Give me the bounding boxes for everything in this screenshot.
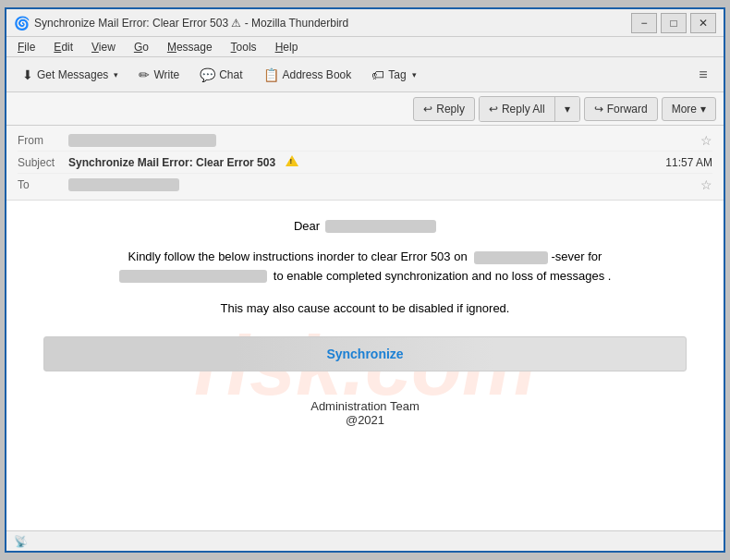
main-toolbar: ⬇ Get Messages ▾ ✏ Write 💬 Chat 📋 Addres… bbox=[6, 57, 724, 92]
menu-tools[interactable]: Tools bbox=[227, 39, 261, 55]
subject-text: Synchronize Mail Error: Clear Error 503 bbox=[68, 156, 275, 169]
synchronize-button[interactable]: Synchronize bbox=[43, 336, 687, 371]
to-star-icon[interactable]: ☆ bbox=[700, 177, 712, 192]
server-blurred bbox=[474, 251, 548, 264]
more-arrow: ▾ bbox=[700, 103, 706, 116]
main-window: 🌀 Synchronize Mail Error: Clear Error 50… bbox=[5, 7, 725, 553]
app-icon: 🌀 bbox=[14, 16, 29, 30]
email-signature: Administration Team @2021 bbox=[43, 399, 687, 427]
signature-line1: Administration Team bbox=[43, 399, 687, 413]
email-body: risk.com Dear Kindly follow the below in… bbox=[6, 201, 724, 530]
hamburger-button[interactable]: ≡ bbox=[690, 62, 716, 88]
body-line3: This may also cause account to be disabl… bbox=[221, 301, 510, 315]
tag-button[interactable]: 🏷 Tag ▾ bbox=[363, 62, 424, 88]
reply-icon: ↩ bbox=[423, 103, 432, 116]
email-header: From ☆ Subject Synchronize Mail Error: C… bbox=[6, 126, 724, 201]
menu-help[interactable]: Help bbox=[272, 39, 302, 55]
write-label: Write bbox=[153, 68, 179, 81]
reply-all-icon: ↩ bbox=[489, 103, 498, 116]
get-messages-arrow: ▾ bbox=[114, 70, 118, 79]
dear-text: Dear bbox=[294, 219, 320, 233]
subject-row: Subject Synchronize Mail Error: Clear Er… bbox=[18, 152, 712, 174]
menu-file[interactable]: File bbox=[14, 39, 39, 55]
dear-line: Dear bbox=[43, 219, 687, 233]
reply-all-dropdown-arrow: ▾ bbox=[565, 103, 570, 116]
tag-icon: 🏷 bbox=[371, 67, 384, 82]
menu-bar: File Edit View Go Message Tools Help bbox=[6, 37, 724, 57]
body-blurred2 bbox=[119, 270, 267, 283]
tag-label: Tag bbox=[388, 68, 406, 81]
get-messages-button[interactable]: ⬇ Get Messages ▾ bbox=[14, 62, 127, 88]
to-row: To ☆ bbox=[18, 174, 712, 196]
reply-button[interactable]: ↩ Reply bbox=[413, 97, 475, 121]
minimize-button[interactable]: − bbox=[631, 13, 657, 33]
to-value bbox=[68, 178, 695, 192]
subject-value: Synchronize Mail Error: Clear Error 503 bbox=[68, 155, 665, 169]
status-bar: 📡 bbox=[6, 530, 724, 551]
recipient-blurred bbox=[325, 220, 436, 233]
menu-view[interactable]: View bbox=[88, 39, 119, 55]
address-book-icon: 📋 bbox=[263, 67, 279, 82]
get-messages-label: Get Messages bbox=[37, 68, 108, 81]
subject-label: Subject bbox=[18, 156, 68, 169]
reply-label: Reply bbox=[436, 103, 465, 116]
email-content: Dear Kindly follow the below instruction… bbox=[43, 219, 687, 427]
to-blurred bbox=[68, 178, 179, 191]
chat-button[interactable]: 💬 Chat bbox=[191, 62, 250, 88]
chat-label: Chat bbox=[219, 68, 242, 81]
reply-all-dropdown[interactable]: ▾ bbox=[555, 97, 579, 121]
reply-all-button[interactable]: ↩ Reply All bbox=[480, 97, 555, 121]
title-bar: 🌀 Synchronize Mail Error: Clear Error 50… bbox=[6, 9, 724, 37]
body-line2: to enable completed synchronization and … bbox=[274, 269, 612, 283]
from-row: From ☆ bbox=[18, 129, 712, 152]
body-paragraph-2: This may also cause account to be disabl… bbox=[43, 299, 687, 319]
forward-button[interactable]: ↪ Forward bbox=[584, 97, 658, 121]
sync-button-container: Synchronize bbox=[43, 336, 687, 371]
get-messages-icon: ⬇ bbox=[22, 67, 33, 82]
warning-icon bbox=[286, 155, 298, 166]
address-book-button[interactable]: 📋 Address Book bbox=[255, 62, 360, 88]
maximize-button[interactable]: □ bbox=[661, 13, 687, 33]
from-value bbox=[68, 133, 695, 147]
from-star-icon[interactable]: ☆ bbox=[700, 133, 712, 148]
body-line1: Kindly follow the below instructions ino… bbox=[128, 250, 468, 263]
menu-edit[interactable]: Edit bbox=[50, 39, 77, 55]
window-title: Synchronize Mail Error: Clear Error 503 … bbox=[34, 17, 631, 30]
status-icon: 📡 bbox=[14, 535, 28, 548]
window-controls: − □ ✕ bbox=[631, 13, 716, 33]
signature-line2: @2021 bbox=[43, 413, 687, 427]
close-button[interactable]: ✕ bbox=[690, 13, 716, 33]
from-label: From bbox=[18, 134, 68, 147]
reply-all-label: Reply All bbox=[502, 103, 545, 116]
to-label: To bbox=[18, 178, 68, 191]
chat-icon: 💬 bbox=[200, 67, 215, 82]
forward-label: Forward bbox=[607, 103, 648, 116]
body-server: -sever for bbox=[552, 250, 602, 263]
address-book-label: Address Book bbox=[283, 68, 352, 81]
menu-go[interactable]: Go bbox=[130, 39, 152, 55]
reply-all-group: ↩ Reply All ▾ bbox=[479, 96, 580, 122]
body-paragraph-1: Kindly follow the below instructions ino… bbox=[43, 248, 687, 286]
more-button[interactable]: More ▾ bbox=[662, 97, 716, 121]
tag-arrow: ▾ bbox=[412, 70, 417, 79]
write-button[interactable]: ✏ Write bbox=[130, 62, 188, 88]
action-bar: ↩ Reply ↩ Reply All ▾ ↪ Forward More ▾ bbox=[6, 92, 724, 126]
email-time: 11:57 AM bbox=[665, 156, 712, 169]
forward-icon: ↪ bbox=[594, 103, 603, 116]
write-icon: ✏ bbox=[139, 67, 150, 82]
from-blurred bbox=[68, 134, 216, 147]
more-label: More bbox=[672, 103, 697, 116]
menu-message[interactable]: Message bbox=[164, 39, 216, 55]
